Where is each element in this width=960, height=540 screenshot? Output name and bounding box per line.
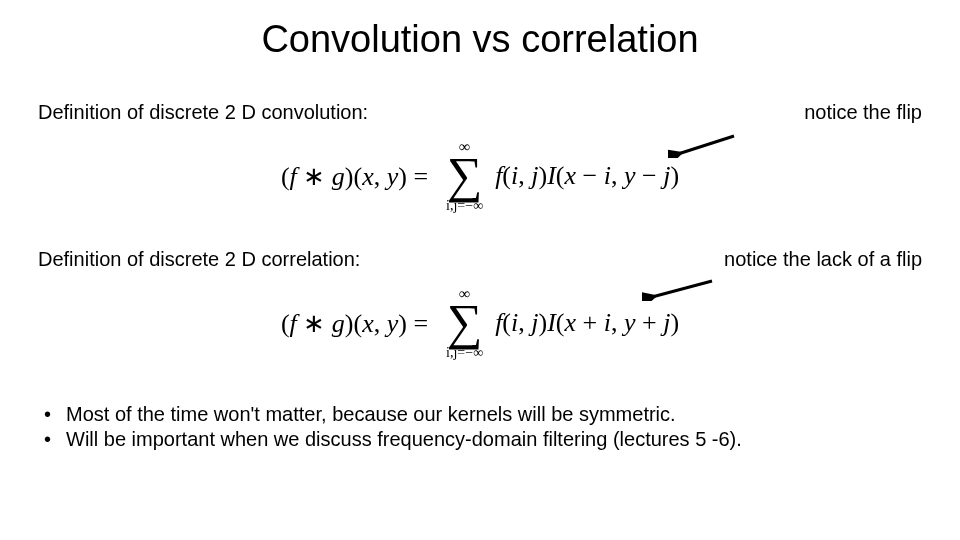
eq2-star: ∗ bbox=[297, 309, 332, 338]
eq2-comma1: , bbox=[374, 309, 387, 338]
eq1-sum-bot: i,j=−∞ bbox=[446, 199, 483, 213]
sigma-icon: ∑ bbox=[447, 302, 483, 342]
note-no-flip: notice the lack of a flip bbox=[724, 248, 922, 271]
eq1-y: y bbox=[387, 162, 399, 191]
eq1-ro1: ( bbox=[502, 161, 511, 190]
eq1-close1: )( bbox=[345, 162, 362, 191]
eq1-rI: I bbox=[547, 161, 556, 190]
note-flip: notice the flip bbox=[804, 101, 922, 124]
eq2-f: f bbox=[290, 309, 297, 338]
eq2-sum: ∞ ∑ i,j=−∞ bbox=[446, 286, 483, 360]
eq2-y: y bbox=[387, 309, 399, 338]
equation-correlation: (f ∗ g)(x, y) = ∞ ∑ i,j=−∞ f(i, j)I(x + … bbox=[281, 286, 679, 360]
eq2-end: ) = bbox=[398, 309, 428, 338]
bullet-icon: • bbox=[44, 428, 66, 451]
svg-line-0 bbox=[678, 136, 734, 154]
eq2-ro1: ( bbox=[502, 308, 511, 337]
eq1-g: g bbox=[332, 162, 345, 191]
eq1-op1: − bbox=[576, 161, 604, 190]
eq1-rc2: , bbox=[611, 161, 624, 190]
definition-label-correlation: Definition of discrete 2 D correlation: bbox=[38, 248, 360, 271]
eq1-ri2: i bbox=[604, 161, 611, 190]
slide: Convolution vs correlation Definition of… bbox=[0, 0, 960, 540]
eq1-rj2: j bbox=[663, 161, 670, 190]
bullet-text-2: Will be important when we discuss freque… bbox=[66, 428, 922, 451]
definition-label-convolution: Definition of discrete 2 D convolution: bbox=[38, 101, 368, 124]
eq2-rx: x bbox=[565, 308, 577, 337]
eq1-rj: j bbox=[531, 161, 538, 190]
eq2-lparen: ( bbox=[281, 309, 290, 338]
equation-convolution: (f ∗ g)(x, y) = ∞ ∑ i,j=−∞ f(i, j)I(x − … bbox=[281, 139, 679, 213]
eq2-op2: + bbox=[636, 308, 664, 337]
eq1-x: x bbox=[362, 162, 374, 191]
eq1-ry: y bbox=[624, 161, 636, 190]
arrow-left-icon bbox=[642, 277, 716, 301]
eq2-rj: j bbox=[531, 308, 538, 337]
eq1-end: ) = bbox=[398, 162, 428, 191]
eq2-x: x bbox=[362, 309, 374, 338]
eq2-op1: + bbox=[576, 308, 604, 337]
eq2-rI: I bbox=[547, 308, 556, 337]
eq2-rc2: , bbox=[611, 308, 624, 337]
eq2-ry: y bbox=[624, 308, 636, 337]
eq1-comma1: , bbox=[374, 162, 387, 191]
bullet-text-1: Most of the time won't matter, because o… bbox=[66, 403, 922, 426]
eq1-star: ∗ bbox=[297, 162, 332, 191]
eq2-rcl1: ) bbox=[539, 308, 548, 337]
eq1-rcl1: ) bbox=[539, 161, 548, 190]
eq2-sum-bot: i,j=−∞ bbox=[446, 346, 483, 360]
eq1-op2: − bbox=[636, 161, 664, 190]
bullet-item: • Will be important when we discuss freq… bbox=[44, 428, 922, 451]
svg-line-1 bbox=[652, 281, 712, 297]
eq2-g: g bbox=[332, 309, 345, 338]
eq1-ro2: ( bbox=[556, 161, 565, 190]
eq1-sum: ∞ ∑ i,j=−∞ bbox=[446, 139, 483, 213]
bullet-list: • Most of the time won't matter, because… bbox=[38, 403, 922, 451]
definition-row-convolution: Definition of discrete 2 D convolution: … bbox=[38, 101, 922, 124]
sigma-icon: ∑ bbox=[447, 155, 483, 195]
equation-convolution-wrap: (f ∗ g)(x, y) = ∞ ∑ i,j=−∞ f(i, j)I(x − … bbox=[38, 126, 922, 226]
definition-row-correlation: Definition of discrete 2 D correlation: … bbox=[38, 248, 922, 271]
arrow-left-icon bbox=[668, 132, 738, 158]
eq1-rc1: , bbox=[518, 161, 531, 190]
eq2-close1: )( bbox=[345, 309, 362, 338]
eq1-rcl2: ) bbox=[670, 161, 679, 190]
eq1-f: f bbox=[290, 162, 297, 191]
eq1-rx: x bbox=[565, 161, 577, 190]
eq2-rcl2: ) bbox=[670, 308, 679, 337]
eq2-ro2: ( bbox=[556, 308, 565, 337]
slide-title: Convolution vs correlation bbox=[38, 18, 922, 61]
eq2-ri2: i bbox=[604, 308, 611, 337]
bullet-icon: • bbox=[44, 403, 66, 426]
eq2-rc1: , bbox=[518, 308, 531, 337]
equation-correlation-wrap: (f ∗ g)(x, y) = ∞ ∑ i,j=−∞ f(i, j)I(x + … bbox=[38, 273, 922, 373]
eq2-rj2: j bbox=[663, 308, 670, 337]
eq1-lparen: ( bbox=[281, 162, 290, 191]
bullet-item: • Most of the time won't matter, because… bbox=[44, 403, 922, 426]
